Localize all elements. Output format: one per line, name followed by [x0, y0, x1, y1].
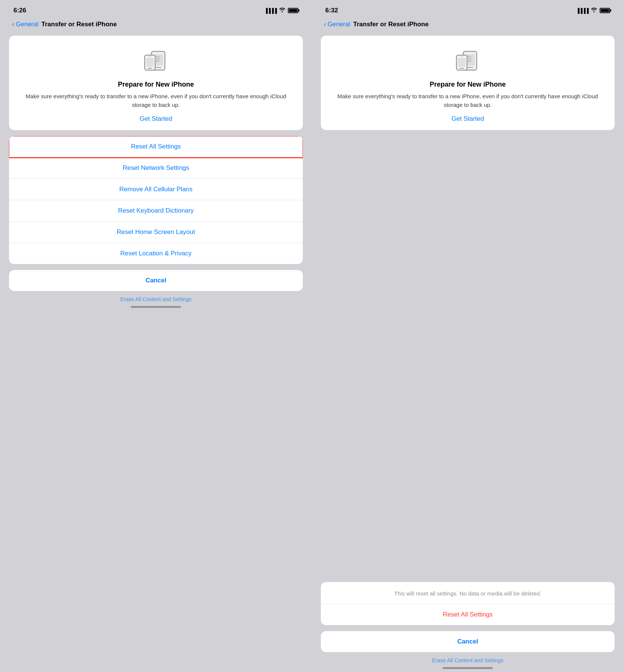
right-battery-icon: [600, 8, 610, 13]
svg-rect-11: [158, 60, 159, 62]
right-status-bar: 6:32 ▐▐▐▐: [318, 0, 618, 19]
svg-rect-8: [158, 58, 159, 59]
right-prepare-title: Prepare for New iPhone: [429, 81, 506, 88]
left-reset-list: Reset All Settings Reset Network Setting…: [9, 136, 303, 264]
left-back-button[interactable]: ‹ General: [12, 20, 38, 28]
right-status-icons: ▐▐▐▐: [576, 7, 610, 14]
reset-home-screen-layout-button[interactable]: Reset Home Screen Layout: [9, 222, 303, 243]
svg-rect-31: [460, 56, 463, 57]
svg-rect-13: [146, 58, 154, 67]
svg-rect-10: [156, 60, 157, 62]
left-get-started-link[interactable]: Get Started: [140, 115, 172, 123]
confirm-reset-action-button[interactable]: Reset All Settings: [321, 604, 615, 625]
left-nav-bar: ‹ General Transfer or Reset iPhone: [6, 19, 306, 33]
right-prepare-desc: Make sure everything's ready to transfer…: [328, 92, 607, 109]
battery-icon: [288, 8, 298, 13]
right-wifi-icon: [591, 7, 597, 14]
right-get-started-link[interactable]: Get Started: [452, 115, 484, 123]
right-prepare-card: Prepare for New iPhone Make sure everyth…: [321, 36, 615, 130]
right-confirm-dialog: This will reset all settings. No data or…: [321, 582, 615, 626]
svg-rect-29: [458, 58, 465, 67]
svg-rect-27: [470, 60, 471, 62]
left-time: 6:26: [13, 7, 26, 14]
svg-rect-2: [155, 67, 161, 68]
left-status-icons: ▐▐▐▐: [264, 7, 298, 14]
signal-bars-icon: ▐▐▐▐: [264, 8, 277, 14]
reset-network-settings-button[interactable]: Reset Network Settings: [9, 158, 303, 179]
svg-rect-24: [470, 58, 471, 59]
left-page-title: Transfer or Reset iPhone: [41, 21, 117, 28]
right-spacer: [318, 136, 618, 582]
chevron-left-icon: ‹: [12, 20, 14, 28]
left-home-indicator: [131, 306, 181, 308]
right-chevron-left-icon: ‹: [324, 20, 326, 28]
right-back-button[interactable]: ‹ General: [324, 20, 350, 28]
reset-all-settings-button[interactable]: Reset All Settings: [9, 136, 303, 158]
right-home-indicator: [443, 667, 493, 669]
right-transfer-phones-icon: [453, 45, 483, 75]
right-nav-bar: ‹ General Transfer or Reset iPhone: [318, 19, 618, 33]
right-back-label: General: [328, 21, 350, 28]
left-bottom-erase-text[interactable]: Erase All Content and Settings: [9, 295, 303, 304]
left-prepare-card: Prepare for New iPhone Make sure everyth…: [9, 36, 303, 130]
svg-rect-26: [468, 60, 469, 62]
svg-rect-18: [467, 67, 473, 68]
right-page-title: Transfer or Reset iPhone: [353, 21, 428, 28]
right-bottom-erase-text[interactable]: Erase All Content and Settings: [321, 656, 615, 665]
svg-rect-14: [148, 68, 152, 69]
reset-location-privacy-button[interactable]: Reset Location & Privacy: [9, 243, 303, 264]
right-time: 6:32: [325, 7, 338, 14]
wifi-icon: [279, 7, 286, 14]
svg-rect-20: [468, 56, 469, 57]
left-phone-panel: 6:26 ▐▐▐▐ ‹ General Transfer or Reset iP…: [0, 0, 312, 672]
remove-cellular-plans-button[interactable]: Remove All Cellular Plans: [9, 179, 303, 200]
svg-rect-23: [468, 58, 469, 59]
right-cancel-button[interactable]: Cancel: [321, 631, 615, 652]
svg-rect-4: [156, 56, 157, 57]
svg-rect-21: [470, 56, 471, 57]
left-cancel-button[interactable]: Cancel: [9, 270, 303, 291]
svg-rect-7: [156, 58, 157, 59]
left-back-label: General: [16, 21, 38, 28]
right-phone-panel: 6:32 ▐▐▐▐ ‹ General Transfer or Reset iP…: [312, 0, 624, 672]
right-signal-bars-icon: ▐▐▐▐: [576, 8, 588, 14]
left-prepare-title: Prepare for New iPhone: [118, 81, 194, 88]
svg-rect-15: [148, 56, 151, 57]
svg-rect-30: [459, 68, 464, 69]
confirm-message-text: This will reset all settings. No data or…: [321, 582, 615, 604]
left-status-bar: 6:26 ▐▐▐▐: [6, 0, 306, 19]
transfer-phones-icon: [141, 45, 171, 75]
reset-keyboard-dictionary-button[interactable]: Reset Keyboard Dictionary: [9, 200, 303, 222]
svg-rect-5: [158, 56, 159, 57]
left-prepare-desc: Make sure everything's ready to transfer…: [16, 92, 295, 109]
